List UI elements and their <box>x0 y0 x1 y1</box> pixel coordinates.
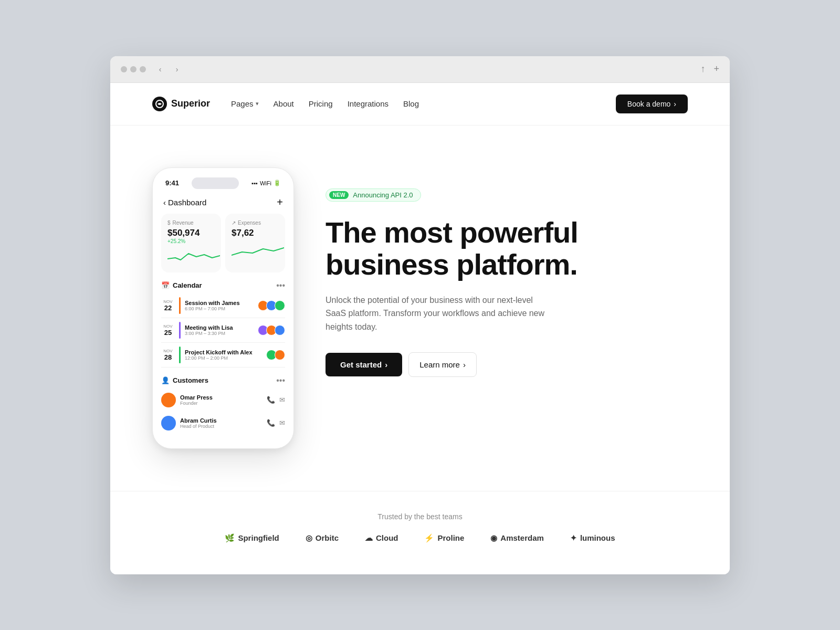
customers-section: 👤 Customers ••• Omar Press Founder 📞 <box>161 373 285 435</box>
event-3-bar <box>179 346 181 363</box>
battery-icon: 🔋 <box>274 180 281 186</box>
avatar <box>275 350 285 360</box>
phone-status-icons: ▪▪▪ WiFi 🔋 <box>251 180 281 186</box>
revenue-label: $ Revenue <box>167 220 215 226</box>
phone-status-bar: 9:41 ▪▪▪ WiFi 🔋 <box>161 176 285 193</box>
browser-forward-button[interactable]: › <box>171 64 183 75</box>
signal-icon: ▪▪▪ <box>251 180 258 186</box>
browser-window: ‹ › ↑ + Superior Pages <box>110 56 730 574</box>
new-tag: NEW <box>329 191 349 199</box>
customer-2-info: Abram Curtis Head of Product <box>180 417 262 429</box>
avatar <box>275 300 285 311</box>
new-tab-icon[interactable]: + <box>713 64 719 75</box>
phone-metric-cards: $ Revenue $50,974 +25.2% ↗ Expenses <box>161 214 285 272</box>
browser-nav-buttons: ‹ › <box>154 64 183 75</box>
phone-time: 9:41 <box>165 179 179 187</box>
revenue-change: +25.2% <box>167 238 215 244</box>
event-1-avatars <box>258 300 285 311</box>
calendar-event-3: NOV 28 Project Kickoff with Alex 12:00 P… <box>161 343 285 368</box>
brand-cloud: ☁ Cloud <box>365 533 398 543</box>
customers-title: 👤 Customers <box>161 376 208 384</box>
brand-springfield: 🌿 Springfield <box>225 533 279 543</box>
brand-luminous: ✦ luminous <box>570 533 615 543</box>
expenses-label: ↗ Expenses <box>232 220 279 226</box>
dashboard-title: Dashboard <box>168 198 206 207</box>
email-icon[interactable]: ✉ <box>279 419 285 427</box>
traffic-light-minimize[interactable] <box>130 66 136 72</box>
badge-text: Announcing API 2.0 <box>353 191 413 199</box>
learn-more-button[interactable]: Learn more › <box>408 352 477 377</box>
arrow-right-icon: › <box>463 360 466 369</box>
proline-icon: ⚡ <box>424 533 434 543</box>
event-3-info: Project Kickoff with Alex 12:00 PM – 2:0… <box>185 349 262 361</box>
calendar-title: 📅 Calendar <box>161 281 202 289</box>
event-2-date: NOV 25 <box>161 324 175 337</box>
phone-back-button[interactable]: ‹ Dashboard <box>163 198 206 207</box>
main-nav: Pages ▾ About Pricing Integrations Blog <box>231 99 419 108</box>
hero-section: 9:41 ▪▪▪ WiFi 🔋 ‹ Dashboard + <box>110 125 730 491</box>
customer-item-1: Omar Press Founder 📞 ✉ <box>161 388 285 412</box>
arrow-right-icon: › <box>385 360 387 369</box>
get-started-button[interactable]: Get started › <box>326 353 402 376</box>
nav-item-integrations[interactable]: Integrations <box>348 99 388 108</box>
hero-subtitle: Unlock the potential of your business wi… <box>326 293 546 334</box>
calendar-section: 📅 Calendar ••• NOV 22 Session with James <box>161 278 285 368</box>
calendar-icon: 📅 <box>161 281 170 289</box>
customers-more-button[interactable]: ••• <box>276 376 285 385</box>
revenue-value: $50,974 <box>167 228 215 238</box>
brand-proline: ⚡ Proline <box>424 533 464 543</box>
customers-section-header: 👤 Customers ••• <box>161 373 285 388</box>
trusted-section: Trusted by the best teams 🌿 Springfield … <box>110 491 730 574</box>
traffic-lights <box>121 66 146 72</box>
arrow-right-icon: › <box>674 100 676 108</box>
revenue-chart <box>167 248 220 264</box>
calendar-more-button[interactable]: ••• <box>276 281 285 290</box>
calendar-event-2: NOV 25 Meeting with Lisa 3:00 PM – 3:30 … <box>161 318 285 343</box>
expenses-value: $7,62 <box>232 228 279 238</box>
phone-add-button[interactable]: + <box>277 196 283 208</box>
brand-amsterdam: ◉ Amsterdam <box>490 533 544 543</box>
browser-chrome: ‹ › ↑ + <box>110 56 730 83</box>
nav-item-blog[interactable]: Blog <box>403 99 419 108</box>
event-1-bar <box>179 297 181 314</box>
phone-icon[interactable]: 📞 <box>267 396 275 404</box>
browser-back-button[interactable]: ‹ <box>154 64 166 75</box>
calendar-section-header: 📅 Calendar ••• <box>161 278 285 293</box>
revenue-card: $ Revenue $50,974 +25.2% <box>161 214 221 272</box>
hero-buttons: Get started › Learn more › <box>326 352 688 377</box>
nav-item-about[interactable]: About <box>274 99 294 108</box>
share-icon[interactable]: ↑ <box>700 64 705 75</box>
book-demo-button[interactable]: Book a demo › <box>616 94 688 113</box>
nav-item-pricing[interactable]: Pricing <box>309 99 333 108</box>
phone-mockup: 9:41 ▪▪▪ WiFi 🔋 ‹ Dashboard + <box>152 167 294 449</box>
chevron-down-icon: ▾ <box>256 100 259 107</box>
phone-dynamic-island <box>192 177 239 189</box>
expenses-chart <box>232 243 284 258</box>
phone-header: ‹ Dashboard + <box>161 193 285 214</box>
wifi-icon: WiFi <box>260 180 271 186</box>
logo[interactable]: Superior <box>152 97 210 111</box>
browser-actions: ↑ + <box>700 64 719 75</box>
brand-orbitc: ◎ Orbitc <box>306 533 339 543</box>
cloud-icon: ☁ <box>365 533 373 543</box>
hero-headline: The most powerful business platform. <box>326 216 688 281</box>
event-1-date: NOV 22 <box>161 299 175 312</box>
amsterdam-icon: ◉ <box>490 533 497 543</box>
calendar-event-1: NOV 22 Session with James 6:00 PM – 7:00… <box>161 293 285 318</box>
revenue-icon: $ <box>167 220 171 226</box>
email-icon[interactable]: ✉ <box>279 396 285 404</box>
customer-1-avatar <box>161 393 176 407</box>
traffic-light-close[interactable] <box>121 66 127 72</box>
phone-icon[interactable]: 📞 <box>267 419 275 427</box>
event-2-bar <box>179 322 181 339</box>
customer-1-actions: 📞 ✉ <box>267 396 285 404</box>
avatar <box>275 325 285 335</box>
expenses-card: ↗ Expenses $7,62 <box>225 214 285 272</box>
hero-text: NEW Announcing API 2.0 The most powerful… <box>326 157 688 377</box>
traffic-light-maximize[interactable] <box>140 66 146 72</box>
customers-icon: 👤 <box>161 376 170 384</box>
logo-icon <box>152 97 167 111</box>
nav-item-pages[interactable]: Pages ▾ <box>231 99 259 108</box>
expenses-icon: ↗ <box>232 220 236 226</box>
customer-2-avatar <box>161 416 176 430</box>
